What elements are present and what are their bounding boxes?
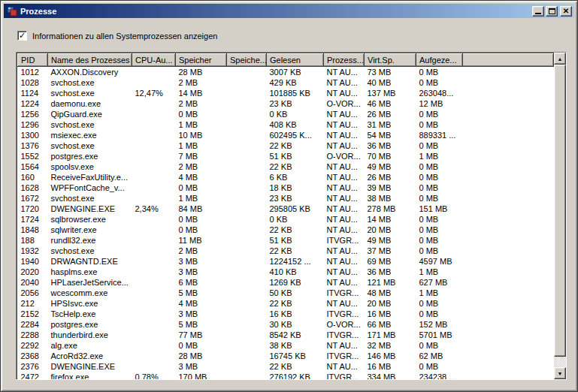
scroll-up-button[interactable]: ▲: [554, 53, 566, 65]
cell-blank: [463, 330, 554, 340]
cell-gelesen: 22 KB: [267, 246, 324, 256]
table-row[interactable]: 1028svchost.exe2 MB429 KBNT AU...40 MB0 …: [18, 77, 554, 88]
table-row[interactable]: 1940DRWAGNTD.EXE3 MB1224152 ...NT AU...6…: [18, 256, 554, 267]
cell-pid: 1848: [18, 225, 48, 235]
checkbox-check-icon[interactable]: ✓: [17, 31, 27, 41]
cell-cpu: [132, 140, 176, 151]
table-row[interactable]: 2040HPLaserJetService...6 MB1269 KBNT AU…: [18, 277, 554, 288]
cell-speiche2: [227, 235, 267, 246]
table-row[interactable]: 2368AcroRd32.exe28 MB16745 KBITVGR...146…: [18, 351, 554, 361]
table-row[interactable]: 2020hasplms.exe3 MB410 KBNT AU...36 MB1 …: [18, 267, 554, 277]
cell-gelesen: 16745 KB: [267, 351, 324, 361]
column-header-prozess[interactable]: Prozess...: [324, 54, 365, 67]
cell-speicher: 84 MB: [176, 204, 227, 214]
maximize-button[interactable]: [546, 6, 558, 17]
scroll-down-button[interactable]: ▼: [554, 367, 566, 379]
cell-gelesen: 22 KB: [267, 225, 324, 235]
table-row[interactable]: 2152TscHelp.exe3 MB16 KBITVGR...16 MB0 M…: [18, 309, 554, 319]
scrollbar-thumb[interactable]: [554, 65, 566, 357]
cell-virtsp: 26 MB: [365, 172, 416, 182]
table-row[interactable]: 1012AXXON.Discovery28 MB3007 KBNT AU...7…: [18, 67, 554, 78]
cell-virtsp: 36 MB: [365, 267, 416, 277]
table-row[interactable]: 1564spoolsv.exe2 MB22 KBNT AU...49 MB0 M…: [18, 161, 554, 172]
table-row[interactable]: 2288thunderbird.exe77 MB8542 KBITVGR...1…: [18, 330, 554, 340]
cell-pid: 1028: [18, 77, 48, 88]
show-all-system-processes-checkbox[interactable]: ✓ Informationen zu allen Systemprozessen…: [17, 31, 217, 41]
column-header-speiche2[interactable]: Speiche...: [227, 54, 267, 67]
cell-aufgeze: 0 MB: [416, 172, 463, 182]
cell-virtsp: 48 MB: [365, 288, 416, 298]
table-row[interactable]: 2284postgres.exe5 MB30 KBO-VOR...66 MB15…: [18, 319, 554, 330]
table-row[interactable]: 1552postgres.exe7 MB51 KBO-VOR...70 MB1 …: [18, 151, 554, 161]
vertical-scrollbar[interactable]: ▲ ▼: [554, 53, 566, 379]
cell-speicher: 77 MB: [176, 330, 227, 340]
table-row[interactable]: 160ReceiveFaxUtility.e...4 MB6 KBNT AU..…: [18, 172, 554, 182]
table-row[interactable]: 212HPSIsvc.exe4 MB22 KBNT AU...20 MB0 MB: [18, 298, 554, 309]
cell-virtsp: 46 MB: [365, 98, 416, 109]
cell-blank: [463, 246, 554, 256]
scroll-up-icon: ▲: [558, 56, 563, 62]
cell-speicher: 4 MB: [176, 298, 227, 309]
cell-aufgeze: 0 MB: [416, 235, 463, 246]
cell-cpu: [132, 109, 176, 119]
cell-speicher: 3 MB: [176, 361, 227, 372]
cell-name: postgres.exe: [48, 151, 132, 161]
cell-name: svchost.exe: [48, 77, 132, 88]
cell-virtsp: 16 MB: [365, 309, 416, 319]
cell-blank: [463, 361, 554, 372]
table-row[interactable]: 188rundll32.exe11 MB51 KBITVGR...49 MB0 …: [18, 235, 554, 246]
cell-speiche2: [227, 288, 267, 298]
table-row[interactable]: 1628WPFFontCache_v...0 MB18 KBNT AU...39…: [18, 182, 554, 193]
cell-blank: [463, 130, 554, 140]
cell-blank: [463, 225, 554, 235]
cell-speicher: 4 MB: [176, 172, 227, 182]
cell-gelesen: 1224152 ...: [267, 256, 324, 267]
table-row[interactable]: 1300msiexec.exe10 MB602495 K...NT AU...5…: [18, 130, 554, 140]
table-row[interactable]: 1376svchost.exe1 MB22 KBNT AU...36 MB0 M…: [18, 140, 554, 151]
table-row[interactable]: 1124svchost.exe12,47%14 MB101885 KBNT AU…: [18, 88, 554, 98]
cell-aufgeze: 627 MB: [416, 277, 463, 288]
cell-cpu: [132, 361, 176, 372]
cell-name: svchost.exe: [48, 193, 132, 204]
table-row[interactable]: 1672svchost.exe1 MB23 KBNT AU...38 MB0 M…: [18, 193, 554, 204]
cell-blank: [463, 77, 554, 88]
cell-prozess: NT AU...: [324, 119, 365, 130]
minimize-button[interactable]: [532, 6, 544, 17]
column-header-name[interactable]: Name des Prozesses: [48, 54, 132, 67]
cell-aufgeze: 152 MB: [416, 319, 463, 330]
column-header-cpu[interactable]: CPU-Au...: [132, 54, 176, 67]
titlebar[interactable]: Prozesse ✕: [4, 4, 574, 18]
cell-cpu: [132, 256, 176, 267]
cell-name: DWENGINE.EXE: [48, 361, 132, 372]
cell-aufgeze: 1 MB: [416, 151, 463, 161]
cell-name: sqlbrowser.exe: [48, 214, 132, 225]
table-row[interactable]: 2376DWENGINE.EXE3 MB22 KBNT AU...16 MB0 …: [18, 361, 554, 372]
column-header-virtsp[interactable]: Virt.Sp.: [365, 54, 416, 67]
column-header-aufgeze[interactable]: Aufgeze...: [416, 54, 463, 67]
table-row[interactable]: 1932svchost.exe2 MB22 KBNT AU...37 MB0 M…: [18, 246, 554, 256]
cell-name: AcroRd32.exe: [48, 351, 132, 361]
table-row[interactable]: 1848sqlwriter.exe0 MB22 KBNT AU...20 MB0…: [18, 225, 554, 235]
table-row[interactable]: 1256QipGuard.exe0 MB0 KBNT AU...26 MB0 M…: [18, 109, 554, 119]
table-row[interactable]: 1224daemonu.exe2 MB23 KBO-VOR...46 MB12 …: [18, 98, 554, 109]
cell-gelesen: 101885 KB: [267, 88, 324, 98]
table-row[interactable]: 1296svchost.exe1 MB408 KBNT AU...31 MB0 …: [18, 119, 554, 130]
table-row[interactable]: 1720DWENGINE.EXE2,34%84 MB295805 KBNT AU…: [18, 204, 554, 214]
close-button[interactable]: ✕: [560, 6, 572, 17]
cell-blank: [463, 351, 554, 361]
cell-gelesen: 6 KB: [267, 172, 324, 182]
column-header-speicher[interactable]: Speicher: [176, 54, 227, 67]
table-row[interactable]: 2472firefox.exe0,78%170 MB276192 KBITVGR…: [18, 372, 554, 379]
column-header-blank[interactable]: [463, 54, 554, 67]
cell-prozess: NT AU...: [324, 267, 365, 277]
table-row[interactable]: 2292alg.exe0 MB38 KBNT AU...32 MB0 MB: [18, 340, 554, 351]
cell-virtsp: 49 MB: [365, 161, 416, 172]
cell-speiche2: [227, 225, 267, 235]
cell-aufgeze: 1 MB: [416, 288, 463, 298]
cell-speiche2: [227, 246, 267, 256]
table-row[interactable]: 1724sqlbrowser.exe0 MB0 KBNT AU...14 MB0…: [18, 214, 554, 225]
table-row[interactable]: 2056wcescomm.exe5 MB50 KBITVGR...48 MB1 …: [18, 288, 554, 298]
cell-aufgeze: 0 MB: [416, 182, 463, 193]
column-header-gelesen[interactable]: Gelesen: [267, 54, 324, 67]
column-header-pid[interactable]: PID: [18, 54, 48, 67]
